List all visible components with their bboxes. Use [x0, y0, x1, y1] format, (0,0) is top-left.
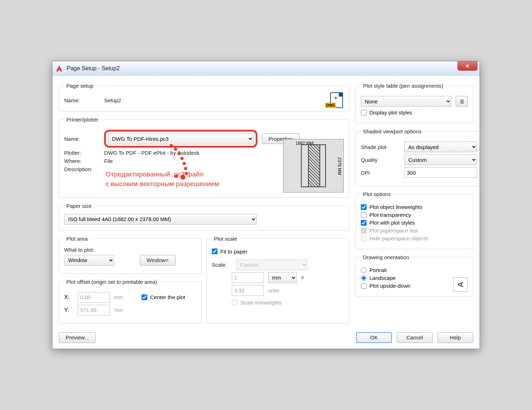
titlebar[interactable]: Page Setup - Setup2 ✕: [52, 61, 480, 76]
shade-plot-label: Shade plot: [361, 144, 400, 150]
what-to-plot-label: What to plot:: [64, 247, 196, 253]
paper-size-legend: Paper size: [64, 203, 94, 209]
scale-label: Scale:: [212, 262, 232, 268]
autocad-icon: [55, 65, 63, 72]
plot-style-group: Plot style table (pen assignments) None …: [355, 83, 473, 123]
plot-area-group: Plot area What to plot: Window Window<: [59, 236, 201, 274]
where-value: File: [104, 158, 113, 164]
offset-x-label: X:: [64, 294, 73, 301]
dwg-icon: ✦ DWG: [327, 92, 343, 108]
opt-paperspace-last-checkbox: [361, 228, 367, 234]
plotter-label: Plotter:: [64, 150, 100, 156]
scale-lineweights-checkbox: [232, 299, 237, 305]
window-pick-button[interactable]: Window<: [140, 255, 175, 266]
preview-button[interactable]: Preview...: [59, 332, 96, 343]
scale-select: Custom: [236, 260, 307, 270]
shaded-viewport-group: Shaded viewport options Shade plot As di…: [355, 128, 482, 186]
cancel-button[interactable]: Cancel: [397, 332, 433, 343]
orientation-group: Drawing orientation Portrait Landscape P…: [355, 254, 473, 297]
upside-down-checkbox[interactable]: [361, 283, 367, 289]
edit-style-button[interactable]: ≣: [456, 96, 468, 107]
center-plot-checkbox[interactable]: [142, 294, 147, 300]
description-label: Description:: [64, 166, 100, 172]
landscape-radio[interactable]: [361, 275, 367, 281]
dim-height: 2378 MM: [337, 157, 342, 175]
printer-group: Printer/plotter Name: DWG To PDF-Hires.p…: [59, 117, 349, 198]
annotation-text: Отредактированный .pc3 файл с высоким ве…: [104, 169, 220, 189]
page-setup-dialog: Page Setup - Setup2 ✕ Page setup Name: S…: [52, 61, 480, 349]
display-plot-styles-checkbox[interactable]: [361, 110, 367, 116]
plotter-value: DWG To PDF - PDF ePlot - by Autodesk: [104, 150, 199, 156]
shade-plot-select[interactable]: As displayed: [404, 142, 477, 152]
offset-y-unit: mm: [114, 307, 123, 313]
highlight-box: DWG To PDF-Hires.pc3: [104, 130, 257, 148]
page-setup-legend: Page setup: [64, 83, 96, 89]
scale-num-input: [232, 272, 264, 283]
page-name-label: Name:: [64, 97, 100, 103]
orientation-icon: A: [454, 277, 468, 292]
opt-hide-paperspace-checkbox: [361, 236, 367, 241]
opt-transparency-checkbox[interactable]: [361, 212, 367, 218]
where-label: Where:: [64, 158, 100, 164]
edit-icon: ≣: [460, 98, 464, 105]
plot-options-group: Plot options Plot object lineweights Plo…: [355, 191, 473, 249]
page-setup-group: Page setup Name: Setup2 ✦ DWG: [59, 83, 349, 112]
paper-size-select[interactable]: ISO full bleed 4A0 (1682.00 x 2378.00 MM…: [64, 214, 257, 225]
opt-with-styles-checkbox[interactable]: [361, 220, 367, 226]
printer-legend: Printer/plotter: [64, 117, 101, 123]
scale-denom-input: [232, 285, 264, 296]
close-icon: ✕: [465, 63, 470, 69]
units-label: units: [268, 287, 280, 293]
close-button[interactable]: ✕: [457, 61, 477, 71]
plot-offset-group: Plot offset (origin set to printable are…: [59, 279, 201, 324]
help-button[interactable]: Help: [438, 332, 473, 343]
paper-preview: 1682 MM 2378 MM: [283, 139, 344, 193]
plot-area-legend: Plot area: [64, 236, 90, 242]
plot-style-legend: Plot style table (pen assignments): [361, 83, 445, 89]
center-plot-label: Center the plot: [150, 294, 185, 300]
equals-label: =: [301, 275, 304, 281]
offset-y-label: Y:: [64, 307, 73, 313]
scale-unit-select[interactable]: mm: [268, 272, 297, 283]
shaded-legend: Shaded viewport options: [361, 128, 424, 134]
plot-scale-group: Plot scale Fit to paper Scale: Custom: [206, 236, 349, 324]
scale-lineweights-label: Scale lineweights: [240, 299, 282, 306]
orientation-legend: Drawing orientation: [361, 254, 411, 260]
fit-to-paper-checkbox[interactable]: [212, 248, 218, 254]
plot-scale-legend: Plot scale: [212, 236, 239, 242]
quality-label: Quality: [361, 157, 400, 163]
printer-name-label: Name:: [64, 136, 100, 142]
plot-options-legend: Plot options: [361, 191, 393, 197]
plotter-name-select[interactable]: DWG To PDF-Hires.pc3: [108, 133, 254, 144]
what-to-plot-select[interactable]: Window: [64, 255, 114, 266]
plot-offset-legend: Plot offset (origin set to printable are…: [64, 279, 159, 285]
quality-select[interactable]: Custom: [404, 154, 477, 165]
dpi-label: DPI: [361, 170, 400, 176]
offset-x-input: [78, 292, 110, 303]
offset-y-input: [78, 305, 110, 316]
portrait-radio[interactable]: [361, 267, 367, 273]
paper-size-group: Paper size ISO full bleed 4A0 (1682.00 x…: [59, 203, 349, 231]
plot-style-select[interactable]: None: [361, 96, 451, 107]
dpi-input[interactable]: [404, 167, 477, 178]
opt-lineweights-checkbox[interactable]: [361, 204, 367, 210]
window-title: Page Setup - Setup2: [67, 65, 120, 72]
offset-x-unit: mm: [114, 294, 123, 300]
fit-to-paper-label: Fit to paper: [220, 248, 247, 255]
display-plot-styles-label: Display plot styles: [369, 109, 412, 116]
page-name-value: Setup2: [104, 97, 121, 103]
ok-button[interactable]: OK: [356, 332, 392, 343]
